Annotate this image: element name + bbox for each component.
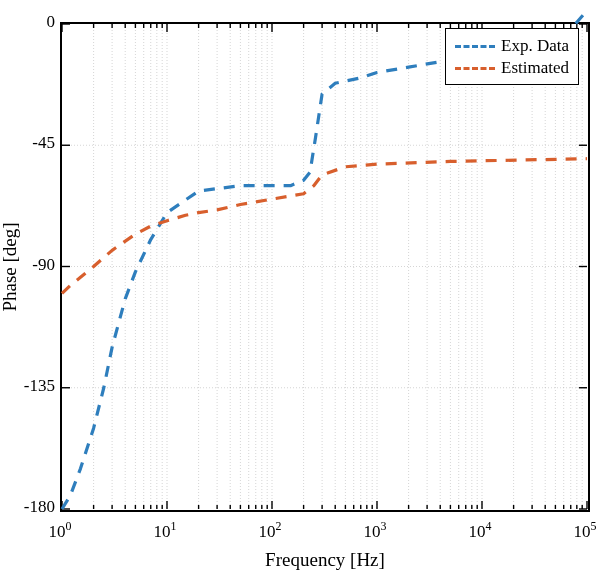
x-tick-label: 100 (49, 519, 72, 542)
y-tick-label: -45 (5, 133, 55, 153)
x-tick-label: 101 (154, 519, 177, 542)
x-tick-label: 103 (364, 519, 387, 542)
x-tick-label: 105 (574, 519, 597, 542)
phase-bode-chart: Phase [deg] Frequency [Hz] -180-135-90-4… (0, 0, 613, 582)
y-tick-label: -180 (5, 497, 55, 517)
series-estimated (62, 159, 587, 294)
y-tick-label: -90 (5, 255, 55, 275)
legend-row: Estimated (455, 57, 569, 79)
y-tick-label: 0 (5, 12, 55, 32)
x-tick-label: 102 (259, 519, 282, 542)
series-group (62, 11, 587, 509)
gridlines (62, 24, 587, 509)
legend-label: Estimated (501, 57, 569, 79)
plot-svg (62, 24, 587, 509)
legend: Exp. DataEstimated (445, 28, 579, 85)
x-tick-label: 104 (469, 519, 492, 542)
series-exp-data (62, 11, 587, 509)
legend-swatch (455, 67, 495, 70)
legend-swatch (455, 45, 495, 48)
y-tick-label: -135 (5, 376, 55, 396)
x-axis-label: Frequency [Hz] (265, 549, 385, 571)
axis-ticks (62, 24, 587, 509)
legend-label: Exp. Data (501, 35, 569, 57)
legend-row: Exp. Data (455, 35, 569, 57)
plot-area (60, 22, 590, 512)
